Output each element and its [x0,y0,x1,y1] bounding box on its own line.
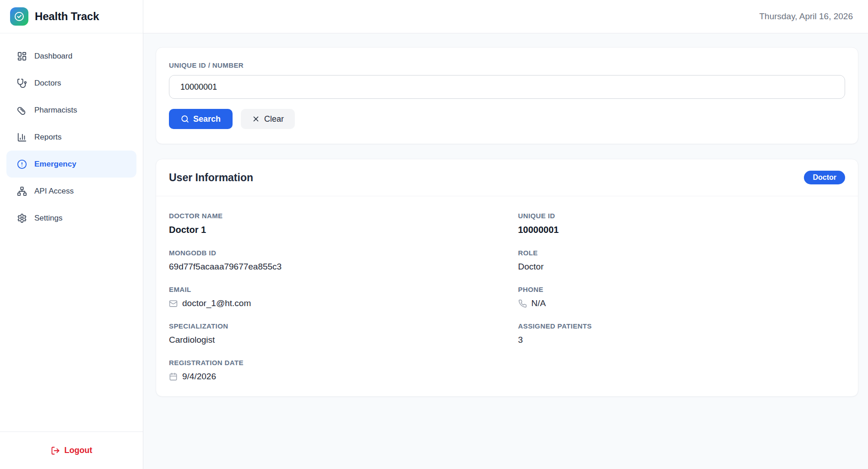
field-value: 3 [518,335,846,345]
calendar-icon [169,372,178,381]
current-date: Thursday, April 16, 2026 [759,11,853,22]
field-label: SPECIALIZATION [169,322,496,330]
gear-icon [17,213,27,223]
clear-button[interactable]: Clear [241,109,295,129]
field-label: PHONE [518,286,846,293]
mail-icon [169,299,178,308]
logout-label: Logout [65,446,92,455]
sidebar-item-label: API Access [34,187,74,196]
field-label: ROLE [518,249,846,257]
field-label: REGISTRATION DATE [169,359,496,367]
field-specialization: SPECIALIZATION Cardiologist [169,322,496,345]
field-email: EMAIL doctor_1@ht.com [169,286,496,308]
field-value: Doctor 1 [169,225,496,235]
bar-chart-icon [17,132,27,142]
phone-icon [518,299,527,308]
sidebar-item-label: Emergency [34,160,76,169]
field-label: ASSIGNED PATIENTS [518,322,846,330]
field-value: N/A [532,298,546,308]
field-value-row: 9/4/2026 [169,372,496,382]
field-value-row: doctor_1@ht.com [169,298,496,308]
sidebar-item-dashboard[interactable]: Dashboard [6,43,136,70]
user-information-fields: DOCTOR NAME Doctor 1 UNIQUE ID 10000001 … [156,196,858,396]
topbar: Thursday, April 16, 2026 [143,0,868,33]
sidebar-item-emergency[interactable]: Emergency [6,151,136,178]
stethoscope-icon [17,78,27,88]
field-label: DOCTOR NAME [169,212,496,220]
field-label: MONGODB ID [169,249,496,257]
field-label: UNIQUE ID [518,212,846,220]
logout-icon [51,446,60,455]
field-phone: PHONE N/A [518,286,846,308]
field-doctor-name: DOCTOR NAME Doctor 1 [169,212,496,235]
sidebar-item-label: Doctors [34,79,61,88]
sidebar: Health Track Dashboard Doctors Pharmacis… [0,0,143,469]
sidebar-item-settings[interactable]: Settings [6,205,136,232]
field-mongodb-id: MONGODB ID 69d77f5acaaa79677ea855c3 [169,249,496,272]
field-label: EMAIL [169,286,496,293]
search-button[interactable]: Search [169,109,233,129]
field-value: 10000001 [518,225,846,235]
sidebar-item-reports[interactable]: Reports [6,124,136,151]
search-actions: Search Clear [169,109,845,129]
sidebar-item-label: Reports [34,133,62,142]
check-circle-icon [14,11,25,22]
field-value-row: N/A [518,298,846,308]
role-badge: Doctor [804,171,845,184]
main-area: Thursday, April 16, 2026 UNIQUE ID / NUM… [143,0,868,469]
dashboard-icon [17,51,27,61]
field-value: Cardiologist [169,335,496,345]
field-value: 9/4/2026 [182,372,216,382]
app-logo-row: Health Track [0,0,143,33]
search-button-label: Search [193,114,221,124]
field-role: ROLE Doctor [518,249,846,272]
field-assigned-patients: ASSIGNED PATIENTS 3 [518,322,846,345]
sidebar-item-label: Settings [34,214,62,223]
content-area: UNIQUE ID / NUMBER Search Clear [143,33,868,469]
sidebar-item-pharmacists[interactable]: Pharmacists [6,97,136,124]
sidebar-nav: Dashboard Doctors Pharmacists Reports Em… [0,33,143,431]
sidebar-item-doctors[interactable]: Doctors [6,70,136,97]
clear-button-label: Clear [264,114,284,124]
logout-button[interactable]: Logout [0,431,143,469]
sidebar-item-label: Pharmacists [34,106,77,115]
search-icon [181,115,189,123]
app-logo [10,7,28,26]
search-field-label: UNIQUE ID / NUMBER [169,61,845,69]
sidebar-item-api-access[interactable]: API Access [6,178,136,205]
field-value: doctor_1@ht.com [182,298,251,308]
alert-circle-icon [17,159,27,169]
sidebar-item-label: Dashboard [34,52,72,61]
user-information-card: User Information Doctor DOCTOR NAME Doct… [156,159,858,397]
close-icon [252,115,260,123]
app-title: Health Track [35,10,99,23]
field-value: 69d77f5acaaa79677ea855c3 [169,262,496,272]
field-value: Doctor [518,262,846,272]
pill-icon [17,105,27,115]
field-unique-id: UNIQUE ID 10000001 [518,212,846,235]
user-information-header: User Information Doctor [156,159,858,196]
card-title: User Information [169,172,253,184]
search-card: UNIQUE ID / NUMBER Search Clear [156,47,858,144]
unique-id-input[interactable] [169,75,845,99]
field-registration-date: REGISTRATION DATE 9/4/2026 [169,359,496,382]
network-icon [17,186,27,196]
